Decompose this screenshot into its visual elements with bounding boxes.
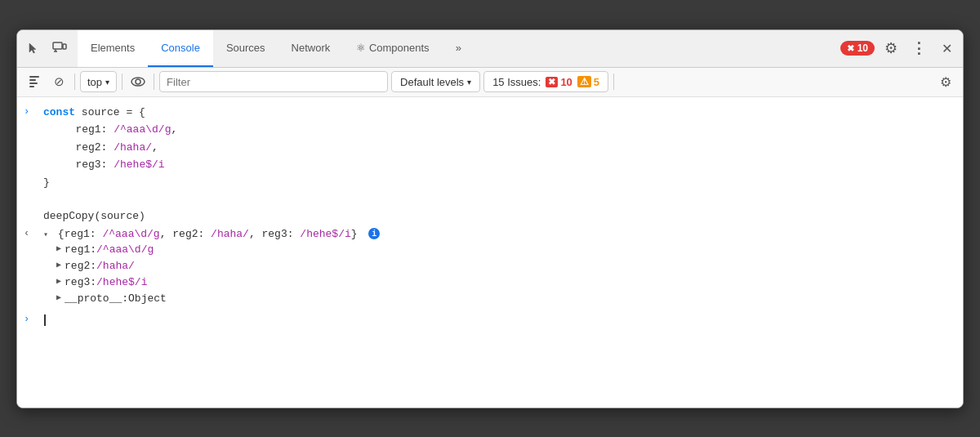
obj-child-reg2: ▶ reg2: /haha/ <box>17 259 963 275</box>
devtools-window: Elements Console Sources Network ⚛ Compo… <box>16 29 964 408</box>
tab-network[interactable]: Network <box>278 29 344 67</box>
prompt-arrow: › <box>24 312 40 325</box>
default-levels-dropdown[interactable]: Default levels ▾ <box>391 71 480 92</box>
console-area: › const source = { reg1: /^aaa\d/g, reg2… <box>17 97 963 408</box>
device-icon[interactable] <box>48 37 71 60</box>
svg-rect-0 <box>53 42 62 49</box>
error-count-badge: ✖ 10 <box>546 76 572 88</box>
obj-child-reg1: ▶ reg1: /^aaa\d/g <box>17 243 963 259</box>
toolbar: ⊘ top ▾ Default levels ▾ 15 Issues: ✖ 10 <box>17 68 963 97</box>
console-input-reg3: reg3: /hehe$/i <box>30 156 963 174</box>
console-prompt-line[interactable]: › <box>17 311 963 329</box>
svg-rect-5 <box>29 79 36 81</box>
filter-input[interactable] <box>159 71 388 92</box>
reg1-expand-arrow[interactable]: ▶ <box>56 243 61 253</box>
tab-components[interactable]: ⚛ Components <box>343 29 442 67</box>
dropdown-arrow-icon: ▾ <box>105 78 109 87</box>
obj-child-proto: ▶ __proto__: Object <box>17 292 963 308</box>
obj-child-reg3: ▶ reg3: /hehe$/i <box>17 275 963 292</box>
toolbar-divider-4 <box>613 74 614 90</box>
reg3-expand-arrow[interactable]: ▶ <box>56 276 61 286</box>
top-dropdown[interactable]: top ▾ <box>80 71 117 92</box>
clear-console-icon[interactable] <box>24 71 45 92</box>
reg2-expand-arrow[interactable]: ▶ <box>56 260 61 270</box>
keyword-const: const <box>43 106 75 118</box>
error-icon: ✖ <box>546 77 558 87</box>
settings-icon-toolbar[interactable]: ⚙ <box>935 71 956 92</box>
input-arrow-1[interactable]: › <box>24 105 40 118</box>
cursor-icon[interactable] <box>22 37 45 60</box>
output-left-arrow: ‹ <box>24 226 40 239</box>
obj-collapse-arrow[interactable]: ▾ <box>43 230 48 239</box>
console-input-reg2: reg2: /haha/, <box>30 139 963 157</box>
svg-rect-6 <box>29 82 38 84</box>
warn-count-badge: ⚠ 5 <box>577 76 599 88</box>
tab-console[interactable]: Console <box>148 29 213 67</box>
more-vert-icon[interactable]: ⋮ <box>907 37 930 60</box>
console-output-line: ‹ ▾ {reg1: /^aaa\d/g, reg2: /haha/, reg3… <box>17 225 963 243</box>
error-x-icon: ✖ <box>847 43 854 54</box>
console-input-reg1: reg1: /^aaa\d/g, <box>30 121 963 139</box>
settings-icon[interactable]: ⚙ <box>880 37 902 60</box>
console-input-line-1: › const source = { <box>17 104 963 122</box>
stop-icon[interactable]: ⊘ <box>48 71 69 92</box>
toolbar-right: ⚙ <box>935 71 956 92</box>
console-call-line: deepCopy(source) <box>17 207 963 225</box>
eye-icon[interactable] <box>127 71 149 92</box>
levels-arrow-icon: ▾ <box>467 78 471 87</box>
svg-rect-1 <box>63 44 66 49</box>
error-badge[interactable]: ✖ 10 <box>840 41 875 56</box>
info-icon[interactable]: i <box>368 228 380 239</box>
svg-rect-4 <box>29 76 39 78</box>
tab-elements[interactable]: Elements <box>78 29 148 67</box>
svg-point-9 <box>136 79 140 84</box>
tab-bar-left <box>22 37 71 60</box>
error-count: 10 <box>858 42 868 54</box>
tab-sources[interactable]: Sources <box>213 29 278 67</box>
issues-badge[interactable]: 15 Issues: ✖ 10 ⚠ 5 <box>483 71 608 92</box>
console-blank <box>17 191 963 207</box>
tab-bar: Elements Console Sources Network ⚛ Compo… <box>17 30 963 68</box>
tab-more[interactable]: » <box>443 29 474 67</box>
close-icon[interactable]: ✕ <box>935 37 958 60</box>
console-input-close: } <box>17 174 963 192</box>
toolbar-divider-2 <box>122 74 122 90</box>
proto-expand-arrow[interactable]: ▶ <box>56 292 61 302</box>
warn-icon: ⚠ <box>577 76 591 87</box>
toolbar-divider-1 <box>74 74 75 90</box>
tab-bar-right: ✖ 10 ⚙ ⋮ ✕ <box>840 37 958 60</box>
svg-rect-7 <box>29 86 34 87</box>
cursor <box>44 314 46 326</box>
toolbar-divider-3 <box>154 74 154 90</box>
